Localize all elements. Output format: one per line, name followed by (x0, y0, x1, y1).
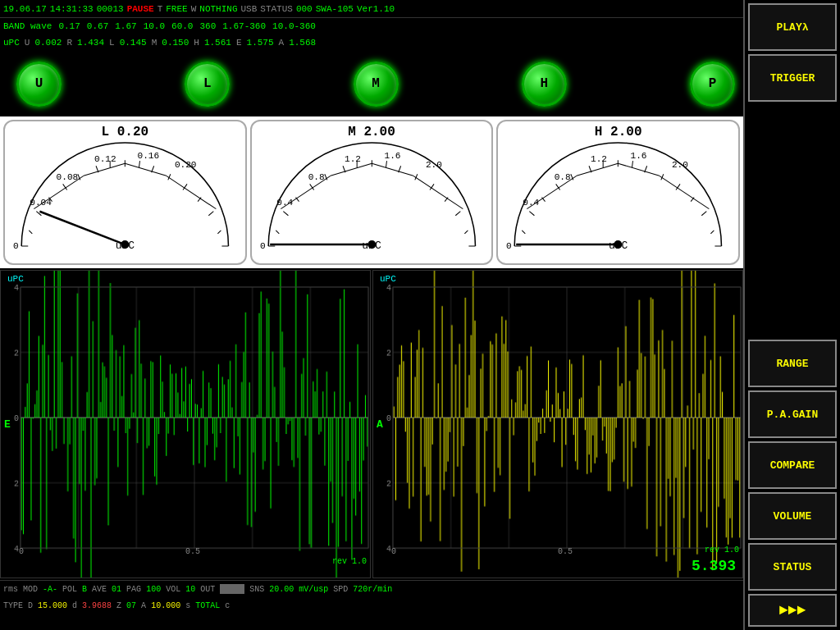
range-button[interactable]: RANGE (748, 340, 837, 387)
wave-e-rev: rev 1.0 (332, 557, 367, 566)
svg-line-9 (29, 231, 32, 234)
band-val-3: 10.0 (144, 21, 165, 31)
sns-val: 20.00 (269, 585, 294, 594)
svg-text:0.20: 0.20 (175, 160, 197, 170)
band-val-2: 1.67 (115, 21, 136, 31)
a-label: A (141, 601, 146, 610)
svg-text:1.2: 1.2 (591, 154, 607, 164)
svg-line-65 (702, 212, 707, 216)
top-status-bar: 19.06.17 14:31:33 00013 PAUSE T FREE W N… (0, 0, 840, 18)
l-label: L (109, 38, 115, 48)
svg-line-30 (283, 212, 288, 216)
svg-line-7 (208, 212, 213, 216)
play-button[interactable]: PLAYλ (748, 3, 837, 51)
band-val-0: 0.17 (58, 21, 80, 31)
svg-line-74 (711, 231, 714, 234)
svg-line-36 (455, 212, 460, 216)
m-label: M (152, 38, 158, 48)
svg-line-27 (39, 212, 125, 244)
l-val: 0.145 (120, 38, 147, 48)
bottom-row-2: TYPE D 15.000 d 3.9688 Z 07 A 10.000 s T… (0, 598, 743, 615)
sns-label: SNS (249, 585, 264, 594)
btn-h[interactable]: H (522, 62, 567, 107)
wave-e-x1: 0.5 (185, 547, 200, 556)
gauge-h: H 2.00 (496, 120, 740, 265)
gauge-m-label: uPC (362, 240, 381, 252)
d2-val: 3.9688 (82, 601, 112, 610)
pagain-button[interactable]: P.A.GAIN (748, 390, 837, 438)
arrow-button[interactable]: ►►► (748, 594, 837, 627)
volume-button[interactable]: VOLUME (748, 492, 837, 540)
vol-val: 10 (185, 585, 195, 594)
compare-button[interactable]: COMPARE (748, 441, 837, 489)
svg-line-59 (530, 212, 535, 216)
pag-val: 100 (146, 585, 161, 594)
date-display: 19.06.17 (3, 4, 47, 14)
e-val: 1.575 (247, 38, 274, 48)
svg-text:1.2: 1.2 (345, 154, 361, 164)
svg-line-77 (619, 163, 660, 176)
svg-text:0.04: 0.04 (30, 198, 52, 208)
r-val: 1.434 (77, 38, 104, 48)
c-label: c (225, 601, 230, 610)
svg-text:0.16: 0.16 (137, 151, 159, 161)
band-val-5: 360 (199, 21, 216, 31)
svg-line-13 (139, 161, 139, 167)
wave-a-x1: 0.5 (558, 547, 573, 556)
status-value: 000 (296, 4, 313, 14)
waveform-a: uPC A 0 0.5 rev 1.0 5.393 (372, 270, 743, 578)
t-label: T (158, 4, 163, 14)
s-label: s (185, 601, 190, 610)
t-value: FREE (166, 4, 187, 14)
e-label: E (236, 38, 242, 48)
wave-a-side: A (377, 418, 383, 431)
time-display: 14:31:33 (50, 4, 94, 14)
svg-line-20 (167, 176, 217, 208)
svg-text:0: 0 (506, 241, 512, 251)
upc-main-label: uPC (3, 38, 20, 48)
svg-text:0.8: 0.8 (308, 172, 324, 182)
band-val-6: 1.67-360 (222, 21, 266, 31)
w-label: W (191, 4, 197, 14)
wave-e-label: uPC (7, 274, 24, 284)
band-val-7: 10.0-360 (272, 21, 316, 31)
svg-line-38 (276, 231, 279, 234)
spd-val: 720r/min (353, 585, 392, 594)
d2-label: d (72, 601, 77, 610)
svg-line-19 (125, 163, 166, 176)
buttons-row: U L M H P (0, 51, 743, 116)
svg-line-47 (331, 163, 372, 176)
u-label: U (25, 38, 30, 48)
gauge-h-label: uPC (609, 240, 628, 252)
ave-label: AVE (92, 585, 107, 594)
svg-line-16 (217, 231, 221, 234)
btn-u[interactable]: U (16, 62, 62, 107)
svg-line-42 (386, 161, 386, 167)
upc-row: uPC U 0.002 R 1.434 L 0.145 M 0.150 H 1.… (0, 34, 840, 51)
swa-label: SWA-105 (316, 4, 354, 14)
btn-l[interactable]: L (185, 62, 230, 107)
gauge-l-label: uPC (116, 240, 135, 252)
rms-label: rms (3, 585, 18, 594)
svg-line-48 (372, 163, 413, 176)
svg-text:1.6: 1.6 (384, 151, 400, 161)
wave-e-side: E (4, 418, 11, 431)
mod-val: -A- (43, 585, 57, 594)
trigger-button[interactable]: TRIGGER (748, 54, 837, 102)
svg-text:0: 0 (13, 241, 19, 251)
btn-m[interactable]: M (354, 62, 399, 107)
btn-p[interactable]: P (690, 62, 735, 107)
vol-label: VOL (166, 585, 180, 594)
ver-label: Ver1.10 (357, 4, 395, 14)
svg-text:2.0: 2.0 (672, 160, 688, 170)
band-label: BAND wave (3, 21, 52, 31)
bottom-row-1: rms MOD -A- POL B AVE 01 PAG 100 VOL 10 … (0, 581, 743, 598)
d-label: D (28, 601, 33, 610)
pol-label: POL (62, 585, 77, 594)
mod-label: MOD (23, 585, 38, 594)
status-button[interactable]: STATUS (748, 543, 837, 591)
band-val-1: 0.67 (87, 21, 108, 31)
waveform-e: uPC E 0 0.5 rev 1.0 (0, 270, 371, 578)
band-val-4: 60.0 (171, 21, 193, 31)
svg-line-67 (523, 231, 526, 234)
